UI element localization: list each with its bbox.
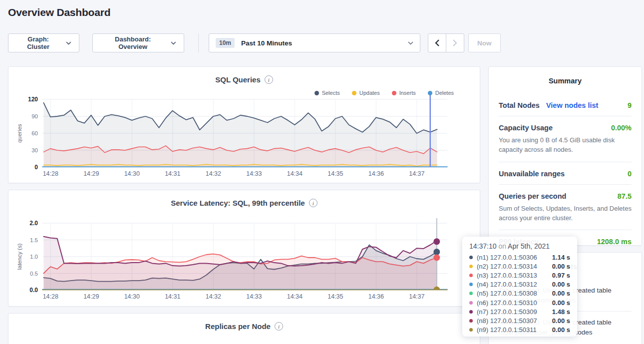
svg-text:14:31: 14:31 (165, 293, 180, 300)
y-axis-label: latency (s) (16, 243, 22, 270)
stat-label: Queries per second (499, 192, 566, 200)
chevron-left-icon (435, 39, 439, 46)
chart-title: Replicas per Node (205, 322, 271, 331)
tooltip-row: (n2) 127.0.0.1:503140.00 s (469, 262, 570, 271)
chevron-right-icon (453, 39, 457, 46)
svg-text:14:33: 14:33 (246, 170, 262, 177)
chart-header: Replicas per Node i (8, 322, 480, 331)
view-nodes-list-link[interactable]: View nodes list (546, 101, 599, 109)
info-icon[interactable]: i (265, 75, 273, 84)
tooltip-time: 14:37:10 (469, 242, 497, 250)
sql-queries-chart[interactable]: 14:2814:2914:3014:3114:3214:3314:3414:35… (8, 67, 480, 183)
summary-panel: Summary Total Nodes View nodes list 9 Ca… (488, 66, 642, 246)
node-latency: 0.00 s (552, 263, 570, 270)
svg-text:14:30: 14:30 (124, 293, 140, 300)
svg-text:14:30: 14:30 (124, 170, 140, 177)
tooltip-row: (n5) 127.0.0.1:503080.00 s (469, 289, 570, 298)
series-dot (469, 328, 473, 332)
series-dot (469, 292, 473, 295)
node-address: (n5) 127.0.0.1:50308 (477, 290, 537, 297)
info-icon[interactable]: i (275, 322, 283, 331)
info-icon[interactable]: i (309, 199, 318, 207)
legend-item: Selects (315, 90, 340, 96)
svg-text:0.0: 0.0 (29, 287, 38, 294)
svg-text:14:37: 14:37 (409, 293, 424, 300)
node-address: (n4) 127.0.0.1:50312 (477, 281, 537, 288)
svg-text:30: 30 (31, 147, 38, 153)
legend-label: Updates (359, 90, 380, 96)
chart-title: Service Latency: SQL, 99th percentile (171, 199, 305, 207)
tooltip-row: (n7) 127.0.0.1:503091.48 s (469, 307, 570, 316)
svg-text:14:28: 14:28 (43, 293, 58, 300)
svg-text:0.5: 0.5 (30, 271, 38, 277)
tooltip-row: (n4) 127.0.0.1:503120.00 s (469, 280, 570, 289)
service-latency-chart[interactable]: 14:2814:2914:3014:3114:3214:3314:3414:35… (8, 190, 480, 306)
summary-row-qps: Queries per second 87.5 Sum of Selects, … (499, 184, 632, 230)
node-latency: 1.48 s (552, 308, 570, 316)
time-range-selector[interactable]: 10m Past 10 Minutes (209, 33, 420, 52)
node-address: (n6) 127.0.0.1:50310 (477, 299, 537, 307)
chart-header: Service Latency: SQL, 99th percentile i (8, 199, 480, 207)
svg-text:14:35: 14:35 (327, 293, 343, 300)
time-next-button[interactable] (446, 33, 464, 52)
chevron-down-icon (408, 41, 413, 45)
svg-text:14:34: 14:34 (287, 293, 303, 300)
node-latency: 1.14 s (552, 254, 570, 261)
chevron-down-icon (66, 41, 71, 45)
svg-text:60: 60 (31, 130, 38, 136)
legend-item: Updates (352, 90, 380, 96)
dashboard-dropdown[interactable]: Dashboard: Overview (92, 33, 184, 52)
summary-row-unavailable-ranges: Unavailable ranges 0 (499, 162, 632, 184)
y-axis-label: queries (16, 124, 22, 143)
legend-dot (428, 91, 432, 95)
stat-label: Unavailable ranges (499, 170, 565, 178)
svg-text:14:36: 14:36 (368, 170, 384, 177)
legend-dot (315, 91, 319, 95)
summary-row-total-nodes: Total Nodes View nodes list 9 (499, 94, 632, 116)
node-latency: 0.00 s (552, 290, 570, 297)
tooltip-header: 14:37:10 on Apr 5th, 2021 (469, 242, 570, 250)
chart-title: SQL Queries (215, 75, 261, 84)
legend-item: Deletes (428, 90, 454, 96)
svg-text:1.0: 1.0 (30, 254, 38, 260)
legend-label: Inserts (399, 90, 416, 96)
svg-text:14:36: 14:36 (368, 293, 384, 300)
time-pager (428, 33, 464, 52)
now-button[interactable]: Now (468, 33, 501, 52)
svg-text:14:32: 14:32 (206, 293, 221, 300)
tooltip-row: (n6) 127.0.0.1:503100.00 s (469, 298, 570, 307)
tooltip-row: (n8) 127.0.0.1:503070.00 s (469, 316, 570, 325)
svg-text:2.0: 2.0 (29, 220, 38, 227)
node-latency: 0.00 s (552, 281, 570, 288)
tooltip-connector: on (498, 242, 506, 250)
chart-header: SQL Queries i (8, 75, 480, 84)
page-title: Overview Dashboard (8, 6, 110, 18)
toolbar-divider (198, 33, 199, 52)
node-address: (n3) 127.0.0.1:50313 (477, 272, 537, 279)
sql-queries-card: SQL Queries i Selects Updates Inserts De… (8, 66, 480, 183)
svg-text:120: 120 (28, 96, 38, 103)
node-address: (n8) 127.0.0.1:50307 (477, 317, 537, 325)
summary-title: Summary (499, 77, 632, 85)
toolbar: Graph: Cluster Dashboard: Overview 10m P… (8, 33, 501, 52)
svg-text:14:28: 14:28 (43, 170, 58, 177)
node-latency: 0.97 s (552, 272, 570, 279)
graph-dropdown[interactable]: Graph: Cluster (8, 33, 79, 52)
node-address: (n1) 127.0.0.1:50306 (477, 254, 537, 261)
svg-text:90: 90 (31, 113, 38, 119)
tooltip-row: (n3) 127.0.0.1:503130.97 s (469, 271, 570, 280)
service-latency-card: Service Latency: SQL, 99th percentile i … (8, 190, 480, 307)
stat-value: 0 (628, 170, 632, 178)
series-dot (469, 319, 473, 323)
replicas-per-node-card: Replicas per Node i (8, 313, 480, 344)
node-latency: 0.00 s (552, 317, 570, 325)
series-dot (469, 265, 473, 268)
legend-dot (392, 91, 396, 95)
series-dot (469, 301, 473, 305)
stat-label: Capacity Usage (499, 124, 553, 132)
time-prev-button[interactable] (428, 33, 446, 52)
legend-dot (352, 91, 356, 95)
series-dot (469, 274, 473, 277)
series-dot (469, 283, 473, 286)
stat-value: 87.5 (618, 192, 632, 200)
